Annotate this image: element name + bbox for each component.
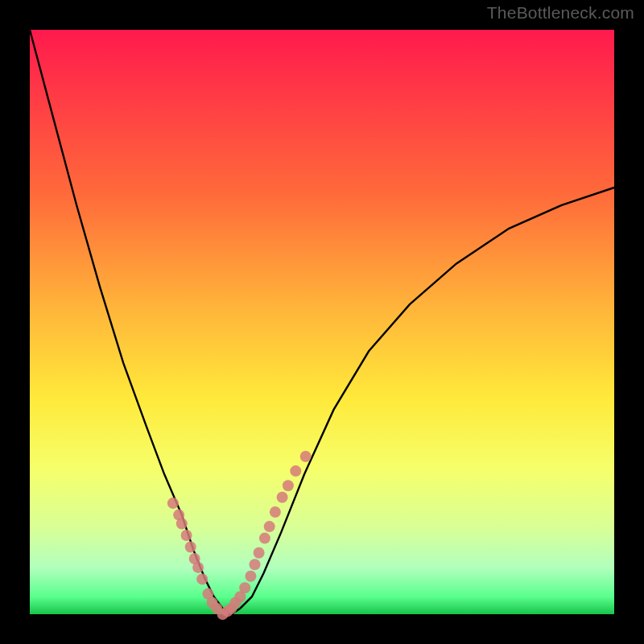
marker-point xyxy=(270,506,281,518)
marker-point xyxy=(245,571,256,582)
marker-point xyxy=(167,497,179,509)
curve-svg xyxy=(30,30,614,614)
marker-point xyxy=(264,521,275,532)
marker-point xyxy=(259,533,270,544)
plot-area xyxy=(30,30,614,614)
marker-point xyxy=(176,518,188,530)
marker-point xyxy=(192,562,204,573)
highlighted-points xyxy=(167,451,312,620)
marker-point xyxy=(239,582,250,593)
marker-point xyxy=(254,547,265,559)
marker-point xyxy=(277,492,288,503)
marker-point xyxy=(185,542,196,553)
marker-point xyxy=(181,530,192,541)
marker-point xyxy=(300,451,312,462)
chart-frame: TheBottleneck.com xyxy=(0,0,644,644)
marker-point xyxy=(196,573,208,584)
marker-point xyxy=(290,465,301,477)
bottleneck-curve xyxy=(30,30,614,614)
marker-point xyxy=(250,559,261,570)
watermark-text: TheBottleneck.com xyxy=(487,3,634,23)
marker-point xyxy=(283,480,294,491)
